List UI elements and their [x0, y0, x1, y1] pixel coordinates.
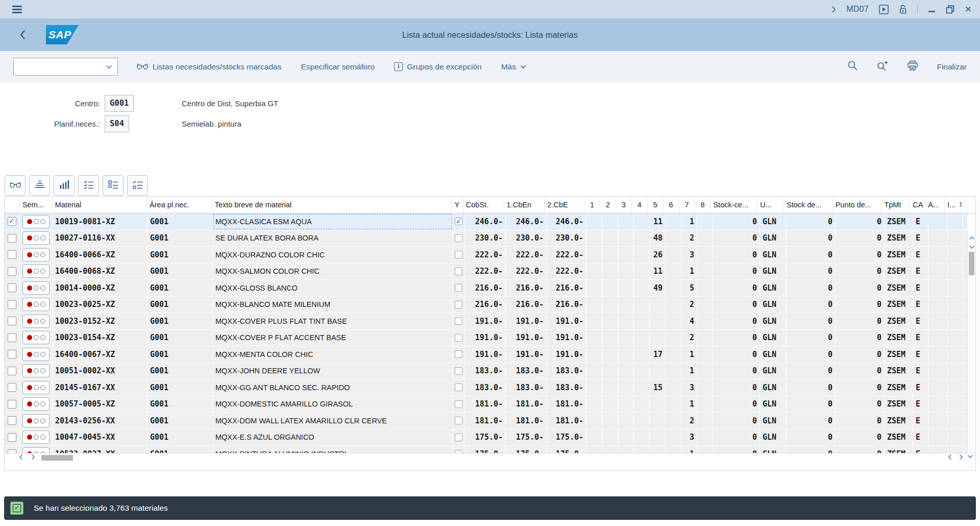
row-select-checkbox[interactable] — [8, 300, 16, 309]
cell-material[interactable]: 10051-0002-XX — [53, 363, 148, 379]
close-icon[interactable]: ✕ — [965, 5, 972, 14]
table-row[interactable]: 10027-0116-XXG001SE DURA LATEX BORA BORA… — [5, 230, 967, 247]
fixing-checkbox[interactable] — [455, 234, 462, 242]
col-header-p6[interactable]: 6 — [664, 197, 679, 213]
menu-icon[interactable] — [12, 6, 22, 13]
cell-sem[interactable] — [20, 330, 53, 346]
deselect-all-button[interactable] — [127, 175, 148, 196]
cell-sem[interactable] — [20, 213, 53, 230]
fixing-checkbox[interactable] — [455, 317, 462, 325]
cell-material[interactable]: 10023-0154-XZ — [53, 330, 148, 346]
cell-sem[interactable] — [20, 264, 53, 280]
col-header-p7[interactable]: 7 — [679, 197, 695, 213]
col-header-p8[interactable]: 8 — [695, 197, 711, 213]
col-header-ca[interactable]: CA — [910, 197, 925, 213]
stoplight-button[interactable] — [22, 397, 50, 411]
stoplight-button[interactable] — [22, 414, 50, 427]
fixing-checkbox[interactable] — [455, 251, 462, 258]
vertical-scroll-thumb[interactable] — [969, 252, 974, 275]
scroll-left-icon[interactable] — [948, 453, 952, 462]
cell-material[interactable]: 20145-0167-XX — [53, 379, 148, 396]
col-header-p4[interactable]: 4 — [632, 197, 648, 213]
cell-material[interactable]: 16400-0068-XZ — [53, 264, 148, 280]
stoplight-button[interactable] — [22, 381, 50, 394]
select-block-button[interactable] — [103, 175, 124, 196]
fixing-checkbox[interactable] — [455, 400, 462, 408]
col-header-p2[interactable]: 2 — [600, 197, 616, 213]
more-button[interactable]: Más — [501, 62, 526, 71]
minimize-icon[interactable] — [928, 6, 936, 13]
row-select-checkbox[interactable] — [8, 350, 16, 358]
stoplight-button[interactable] — [22, 248, 50, 261]
row-select-checkbox[interactable] — [8, 317, 16, 325]
table-row[interactable]: 10051-0002-XXG001MQXX-JOHN DEERE YELLOW1… — [5, 363, 967, 380]
scroll-right-icon[interactable] — [959, 453, 963, 462]
cell-sem[interactable] — [20, 230, 53, 247]
stoplight-button[interactable] — [22, 215, 50, 228]
stoplight-button[interactable] — [22, 348, 50, 361]
col-header-stockce[interactable]: Stock-ce... — [710, 197, 757, 213]
row-select-checkbox[interactable] — [8, 367, 16, 375]
table-row[interactable]: 10023-0152-XZG001MQXX-COVER PLUS FLAT TI… — [5, 313, 967, 330]
fixing-checkbox[interactable] — [455, 417, 462, 424]
col-header-cbe2[interactable]: 2.CbE — [545, 197, 584, 213]
cell-material[interactable]: 10047-0045-XX — [53, 429, 148, 446]
bar-chart-button[interactable] — [54, 175, 75, 196]
cell-material[interactable]: 16400-0067-XZ — [53, 346, 148, 363]
table-row[interactable]: 20143-0256-XXG001MQXX-DOM WALL LATEX AMA… — [5, 413, 967, 429]
table-row[interactable]: 20145-0167-XXG001MQXX-GG ANT BLANCO SEC.… — [5, 379, 967, 396]
table-row[interactable]: 10023-0154-XZG001MQXX-COVER P FLAT ACCEN… — [5, 330, 967, 347]
display-details-button[interactable] — [5, 175, 26, 196]
row-select-checkbox[interactable] — [8, 400, 16, 409]
scroll-left-icon[interactable] — [19, 453, 23, 462]
gui-script-icon[interactable] — [879, 5, 889, 14]
stoplight-button[interactable] — [22, 281, 50, 295]
stoplight-button[interactable] — [22, 431, 50, 444]
col-header-material[interactable]: Material — [53, 197, 147, 213]
chevron-right-icon[interactable] — [831, 6, 836, 13]
marked-lists-button[interactable]: Listas necesidades/stocks marcadas — [136, 62, 281, 71]
fixing-checkbox[interactable] — [455, 384, 462, 391]
select-all-button[interactable] — [78, 175, 99, 196]
stoplight-button[interactable] — [22, 298, 50, 311]
layout-dropdown[interactable] — [13, 58, 118, 76]
table-row[interactable]: 16400-0067-XZG001MQXX-MENTA COLOR CHIC19… — [5, 346, 967, 363]
fixing-checkbox[interactable] — [455, 334, 462, 342]
row-select-checkbox[interactable] — [8, 433, 16, 442]
row-select-checkbox[interactable] — [8, 383, 16, 392]
sort-button[interactable] — [29, 175, 50, 196]
table-row[interactable]: 16400-0066-XZG001MQXX-DURAZNO COLOR CHIC… — [5, 247, 967, 264]
row-select-checkbox[interactable] — [8, 333, 16, 342]
cell-sem[interactable] — [20, 346, 53, 363]
horizontal-scroll-thumb[interactable] — [41, 455, 73, 461]
cell-material[interactable]: 10023-0025-XZ — [53, 297, 148, 313]
cell-sem[interactable] — [20, 247, 53, 263]
row-select-checkbox[interactable] — [8, 234, 16, 243]
cell-material[interactable]: 10027-0116-XX — [53, 230, 148, 247]
col-header-cobst[interactable]: CobSt. — [463, 197, 504, 213]
fixing-checkbox[interactable] — [455, 218, 462, 225]
col-header-p5[interactable]: 5 — [648, 197, 664, 213]
col-header-p1[interactable]: 1 — [584, 197, 600, 213]
set-traffic-light-button[interactable]: Especificar semáforo — [301, 62, 375, 71]
row-select-checkbox[interactable] — [8, 217, 16, 226]
stoplight-button[interactable] — [22, 331, 50, 344]
search-icon[interactable] — [847, 60, 858, 73]
cell-material[interactable]: 10019-0081-XZ — [53, 213, 148, 230]
cell-material[interactable]: 10023-0152-XZ — [53, 313, 148, 329]
cell-sem[interactable] — [20, 379, 53, 396]
cell-material[interactable]: 20143-0256-XX — [53, 413, 148, 429]
col-header-p3[interactable]: 3 — [616, 197, 632, 213]
fixing-checkbox[interactable] — [455, 268, 462, 275]
horizontal-scrollbar[interactable] — [5, 453, 975, 462]
fixing-checkbox[interactable] — [455, 350, 462, 358]
table-row[interactable]: 10023-0025-XZG001MQXX-BLANCO MATE MILENI… — [5, 297, 967, 314]
unlocked-padlock-icon[interactable] — [899, 5, 907, 14]
col-header-sem[interactable]: Sem... — [20, 197, 53, 213]
cell-material[interactable]: 10014-0000-XZ — [53, 280, 148, 296]
success-check-icon[interactable]: ✓ — [10, 501, 23, 515]
print-icon[interactable] — [907, 60, 918, 73]
col-header-puntode[interactable]: Punto de... — [833, 197, 882, 213]
row-select-checkbox[interactable] — [8, 416, 16, 425]
fixing-checkbox[interactable] — [455, 301, 462, 308]
